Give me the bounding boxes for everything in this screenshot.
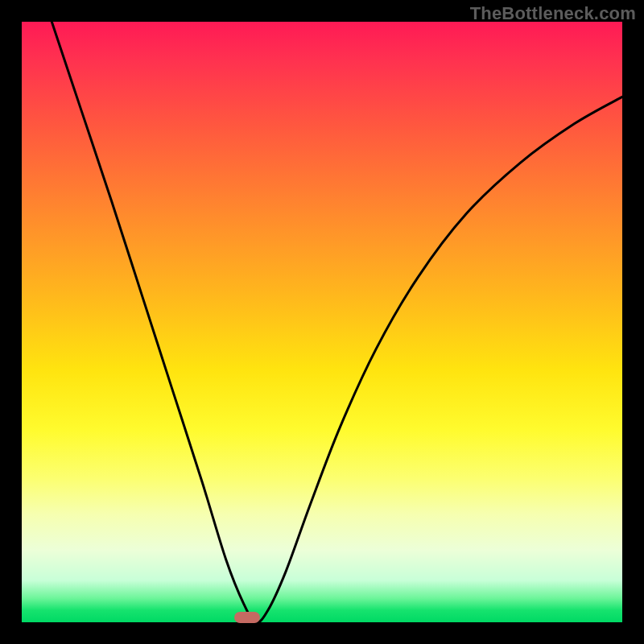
plot-area: [22, 22, 622, 622]
chart-frame: TheBottleneck.com: [0, 0, 644, 644]
watermark-text: TheBottleneck.com: [470, 3, 636, 24]
optimal-marker: [234, 612, 260, 623]
bottleneck-curve: [22, 22, 622, 622]
